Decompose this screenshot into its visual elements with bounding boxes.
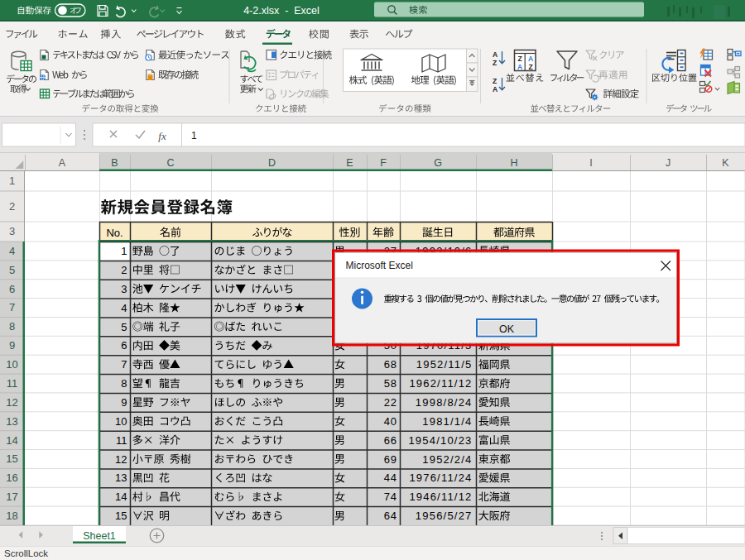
svg-text:H: H	[510, 157, 517, 169]
svg-text:A: A	[493, 85, 497, 93]
svg-text:22: 22	[384, 396, 397, 409]
svg-text:A: A	[517, 63, 522, 71]
svg-text:F: F	[380, 157, 387, 169]
svg-text:2: 2	[121, 264, 127, 276]
svg-text:Z: Z	[517, 55, 522, 63]
svg-text:11: 11	[116, 434, 127, 447]
svg-text:ScrollLock: ScrollLock	[4, 548, 48, 558]
svg-text:58: 58	[384, 377, 397, 390]
svg-text:Z: Z	[493, 77, 497, 85]
svg-text:69: 69	[384, 453, 397, 466]
svg-text:9: 9	[121, 396, 127, 409]
svg-text:7: 7	[121, 358, 127, 371]
svg-text:K: K	[722, 157, 729, 169]
svg-text:15: 15	[115, 510, 127, 522]
svg-text:5: 5	[121, 321, 127, 333]
svg-text:6: 6	[121, 339, 127, 352]
svg-text:Sheet1: Sheet1	[83, 530, 116, 542]
svg-text:fx: fx	[158, 130, 166, 142]
svg-text:1: 1	[191, 130, 197, 141]
svg-text:44: 44	[384, 471, 397, 484]
svg-text:74: 74	[384, 491, 397, 503]
svg-text:2: 2	[9, 200, 15, 213]
svg-text:3: 3	[9, 225, 15, 237]
svg-text:C: C	[166, 157, 174, 169]
svg-text:Z: Z	[528, 63, 532, 71]
svg-text:8: 8	[9, 320, 15, 333]
svg-text:10: 10	[6, 358, 17, 371]
svg-text:B: B	[111, 157, 118, 169]
svg-text:E: E	[346, 157, 353, 169]
svg-text:9: 9	[9, 339, 15, 352]
svg-text:14: 14	[6, 434, 17, 447]
svg-text:Z: Z	[493, 59, 497, 67]
svg-text:17: 17	[6, 491, 17, 503]
svg-text:1954/10/23: 1954/10/23	[408, 434, 472, 447]
svg-text:J: J	[666, 157, 670, 169]
svg-text:1952/11/5: 1952/11/5	[416, 358, 473, 371]
svg-text:A: A	[528, 55, 533, 63]
svg-text:8: 8	[121, 377, 127, 390]
svg-text:D: D	[268, 157, 276, 169]
svg-text:1998/8/24: 1998/8/24	[416, 396, 473, 409]
svg-text:16: 16	[6, 471, 17, 484]
svg-text:A: A	[493, 50, 497, 59]
svg-text:1956/5/27: 1956/5/27	[416, 510, 473, 522]
svg-text:OK: OK	[499, 323, 515, 335]
svg-text:13: 13	[6, 415, 17, 428]
svg-text:5: 5	[9, 264, 15, 276]
svg-text:1962/11/12: 1962/11/12	[409, 377, 472, 390]
svg-text:7: 7	[9, 301, 15, 314]
svg-text:18: 18	[6, 510, 17, 522]
svg-text:No.: No.	[106, 227, 123, 239]
svg-text:15: 15	[6, 452, 17, 465]
svg-text:1: 1	[121, 245, 127, 257]
svg-text:12: 12	[6, 396, 17, 409]
svg-text:4: 4	[9, 245, 15, 257]
svg-text:1981/1/4: 1981/1/4	[422, 415, 472, 428]
svg-text:3: 3	[121, 283, 127, 295]
svg-text:66: 66	[384, 434, 397, 447]
svg-text:6: 6	[9, 283, 15, 295]
svg-text:A: A	[59, 157, 66, 169]
svg-text:1: 1	[9, 175, 15, 187]
svg-text:G: G	[434, 157, 442, 169]
svg-text:4: 4	[121, 302, 127, 314]
svg-text:1976/11/24: 1976/11/24	[409, 471, 472, 484]
svg-text:I: I	[589, 157, 592, 169]
svg-text:12: 12	[115, 453, 127, 466]
svg-text:40: 40	[384, 415, 397, 428]
svg-text:14: 14	[115, 491, 127, 503]
svg-text:1952/2/4: 1952/2/4	[422, 453, 472, 466]
svg-text:64: 64	[384, 510, 397, 522]
svg-text:Microsoft Excel: Microsoft Excel	[346, 260, 413, 271]
svg-text:10: 10	[115, 415, 127, 428]
svg-text:11: 11	[7, 377, 18, 390]
svg-text:68: 68	[384, 358, 397, 371]
svg-text:1946/11/12: 1946/11/12	[409, 491, 472, 503]
svg-text:4-2.xlsx - Excel: 4-2.xlsx - Excel	[243, 5, 320, 17]
svg-text:13: 13	[115, 471, 127, 484]
